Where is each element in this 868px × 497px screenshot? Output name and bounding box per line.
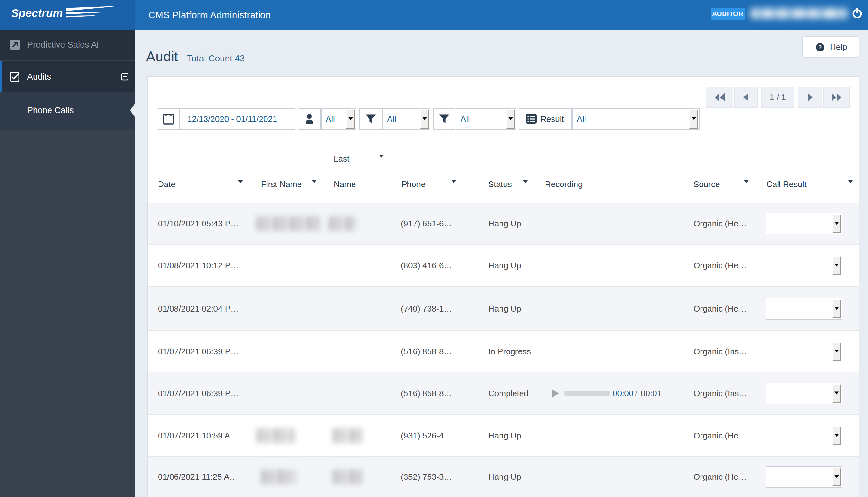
svg-text:?: ? <box>819 44 822 51</box>
svg-text:Spectrum: Spectrum <box>11 7 63 19</box>
